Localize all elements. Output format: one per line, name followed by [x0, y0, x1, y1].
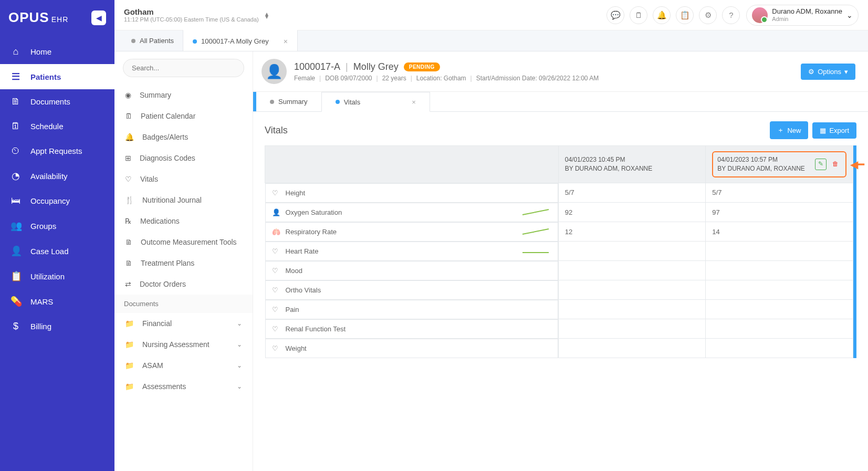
- nav-icon: 🗓: [11, 121, 21, 132]
- sidebar-collapse-button[interactable]: ◀: [91, 11, 106, 25]
- vital-value-cell: [706, 242, 853, 261]
- options-button[interactable]: ⚙ Options ▾: [801, 64, 855, 80]
- subnav-nursing-assessment[interactable]: 📁Nursing Assessment⌄: [114, 334, 253, 355]
- subnav-badges/alerts[interactable]: 🔔Badges/Alerts: [114, 127, 253, 148]
- subnav-icon: ⇄: [125, 280, 131, 288]
- inner-tab-summary[interactable]: Summary: [256, 92, 321, 111]
- subnav-icon: ♡: [125, 175, 132, 183]
- patient-name: Molly Grey: [353, 61, 399, 72]
- table-row: ♡Heart Rate: [265, 242, 853, 261]
- chevron-down-icon: ⌄: [237, 341, 242, 348]
- detail-tabstrip: SummaryVitals×: [253, 92, 868, 112]
- subnav-treatment-plans[interactable]: 🗎Treatment Plans: [114, 253, 253, 274]
- dot-icon: [336, 100, 340, 104]
- trash-icon[interactable]: 🗑: [830, 159, 841, 170]
- vital-value-cell: [558, 242, 706, 261]
- edit-icon[interactable]: ✎: [815, 159, 827, 170]
- subnav-financial[interactable]: 📁Financial⌄: [114, 313, 253, 334]
- subnav-icon: 📁: [125, 340, 134, 349]
- subnav-nutritional-journal[interactable]: 🍴Nutritional Journal: [114, 190, 253, 211]
- vital-value-cell: [706, 261, 853, 280]
- notes-icon[interactable]: 🗒: [630, 6, 647, 24]
- sidebar-item-billing[interactable]: $Billing: [0, 314, 114, 339]
- subnav-outcome-measurement-tools[interactable]: 🗎Outcome Measurement Tools: [114, 232, 253, 253]
- nav-icon: $: [11, 321, 21, 332]
- sidebar-item-patients[interactable]: ☰Patients: [0, 64, 114, 89]
- chat-icon[interactable]: 💬: [606, 6, 624, 24]
- sidebar-item-case-load[interactable]: 👤Case Load: [0, 238, 114, 264]
- chevron-down-icon: ⌄: [237, 383, 242, 390]
- nav-icon: ⌂: [11, 46, 21, 57]
- help-icon[interactable]: ?: [722, 6, 740, 24]
- subnav-icon: 🗎: [125, 238, 132, 246]
- clipboard-icon[interactable]: 📋: [676, 6, 694, 24]
- vital-value-cell: 97: [706, 203, 853, 222]
- subnav-patient-calendar[interactable]: 🗓Patient Calendar: [114, 106, 253, 127]
- table-row: ♡Renal Function Test: [265, 319, 853, 339]
- user-menu[interactable]: Durano ADM, Roxanne Admin ⌄: [746, 5, 859, 26]
- subnav-icon: 🍴: [125, 196, 134, 204]
- vital-icon: 👤: [272, 208, 280, 216]
- vital-icon: ♡: [272, 306, 280, 313]
- subnav-diagnosis-codes[interactable]: ⊞Diagnosis Codes: [114, 148, 253, 169]
- dot-icon: [270, 100, 274, 104]
- vital-value-cell: 5/7: [706, 183, 853, 203]
- vital-value-cell: [706, 319, 853, 339]
- sidebar-item-schedule[interactable]: 🗓Schedule: [0, 114, 114, 139]
- subnav-vitals[interactable]: ♡Vitals: [114, 169, 253, 190]
- nav-icon: 🗎: [11, 96, 21, 107]
- subnav-icon: ℞: [125, 217, 132, 225]
- vital-icon: ♡: [272, 247, 280, 255]
- nav-icon: ⏲: [11, 145, 21, 156]
- sidebar-item-utilization[interactable]: 📋Utilization: [0, 264, 114, 289]
- sidebar-item-availability[interactable]: ◔Availability: [0, 163, 114, 189]
- vital-icon: ♡: [272, 267, 280, 275]
- vital-icon: ♡: [272, 286, 280, 294]
- vitals-table: 04/01/2023 10:45 PMBY DURANO ADM, ROXANN…: [265, 145, 853, 358]
- search-input[interactable]: [123, 59, 244, 77]
- vitals-title: Vitals: [265, 125, 288, 136]
- export-button[interactable]: ▦Export: [812, 122, 856, 139]
- table-row: ♡Weight: [265, 339, 853, 358]
- subnav-icon: 📁: [125, 319, 134, 328]
- brand-logo: OPUSEHR: [8, 9, 68, 26]
- vital-value-cell: [706, 300, 853, 319]
- sidebar-item-appt-requests[interactable]: ⏲Appt Requests: [0, 139, 114, 163]
- patient-sub-sidebar: ◉Summary🗓Patient Calendar🔔Badges/Alerts⊞…: [114, 51, 253, 471]
- tab-all-patients[interactable]: All Patients: [122, 30, 183, 51]
- subnav-medications[interactable]: ℞Medications: [114, 211, 253, 232]
- user-avatar-icon: [752, 7, 768, 23]
- close-icon[interactable]: ×: [412, 98, 416, 106]
- vital-value-cell: [558, 300, 706, 319]
- sidebar-item-home[interactable]: ⌂Home: [0, 39, 114, 64]
- sidebar-item-mars[interactable]: 💊MARS: [0, 289, 114, 314]
- tab-1000017-a-molly-grey[interactable]: 1000017-A Molly Grey×: [183, 30, 297, 51]
- location-selector[interactable]: Gotham 11:12 PM (UTC-05:00) Eastern Time…: [124, 7, 259, 23]
- subnav-icon: ⊞: [125, 154, 131, 162]
- new-button[interactable]: ＋New: [770, 121, 808, 139]
- topbar: Gotham 11:12 PM (UTC-05:00) Eastern Time…: [114, 0, 868, 30]
- gear-icon: ⚙: [808, 68, 814, 76]
- user-name: Durano ADM, Roxanne: [772, 7, 842, 16]
- subnav-asam[interactable]: 📁ASAM⌄: [114, 355, 253, 376]
- gear-icon[interactable]: ⚙: [699, 6, 717, 24]
- svg-line-1: [522, 229, 549, 234]
- subnav-assessments[interactable]: 📁Assessments⌄: [114, 376, 253, 397]
- subnav-icon: 🗎: [125, 259, 132, 267]
- patient-tabstrip: All Patients1000017-A Molly Grey×: [114, 30, 868, 51]
- subnav-summary[interactable]: ◉Summary: [114, 85, 253, 106]
- inner-tab-vitals[interactable]: Vitals×: [321, 92, 430, 112]
- chevron-down-icon: ⌄: [237, 320, 242, 327]
- bell-icon[interactable]: 🔔: [653, 6, 671, 24]
- subnav-icon: 📁: [125, 361, 134, 370]
- sidebar-item-occupancy[interactable]: 🛏Occupancy: [0, 189, 114, 213]
- user-role: Admin: [772, 16, 842, 23]
- subnav-doctor-orders[interactable]: ⇄Doctor Orders: [114, 274, 253, 295]
- sidebar-item-groups[interactable]: 👥Groups: [0, 213, 114, 238]
- vital-icon: ♡: [272, 344, 280, 352]
- close-icon[interactable]: ×: [284, 37, 288, 46]
- annotation-arrow-icon: ◀━: [850, 157, 864, 172]
- table-row: ♡Pain: [265, 300, 853, 319]
- location-caret-icon[interactable]: ▴▾: [265, 12, 268, 18]
- sidebar-item-documents[interactable]: 🗎Documents: [0, 89, 114, 114]
